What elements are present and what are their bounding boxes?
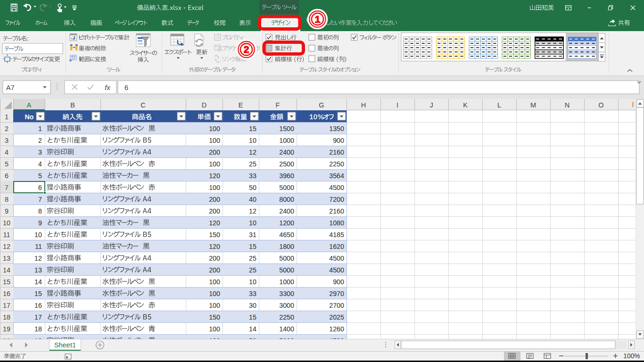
svg-text:15: 15 (249, 313, 256, 321)
svg-text:4650: 4650 (279, 231, 294, 239)
svg-text:1800: 1800 (279, 243, 294, 250)
svg-text:2160: 2160 (329, 148, 344, 156)
svg-text:3564: 3564 (329, 172, 344, 180)
svg-text:2160: 2160 (329, 207, 344, 215)
svg-text:2400: 2400 (279, 207, 294, 215)
svg-text:No: No (25, 113, 34, 121)
svg-text:12: 12 (249, 148, 256, 156)
svg-text:33: 33 (249, 290, 256, 297)
svg-text:A7: A7 (6, 84, 15, 91)
svg-text:1350: 1350 (329, 125, 344, 132)
svg-text:1400: 1400 (279, 325, 294, 333)
svg-text:2: 2 (5, 125, 8, 132)
svg-text:H: H (361, 101, 366, 109)
svg-text:G: G (319, 101, 324, 109)
svg-text:2970: 2970 (329, 290, 344, 297)
svg-text:150: 150 (209, 313, 220, 321)
svg-text:2250: 2250 (279, 313, 294, 321)
svg-text:11: 11 (3, 231, 10, 239)
svg-text:12: 12 (3, 243, 10, 250)
svg-text:12: 12 (249, 207, 256, 215)
svg-text:L: L (497, 101, 501, 109)
svg-text:100: 100 (209, 325, 220, 333)
svg-text:10: 10 (249, 219, 256, 227)
svg-text:3: 3 (38, 148, 42, 156)
svg-text:17: 17 (3, 302, 10, 309)
svg-text:5000: 5000 (279, 255, 294, 262)
svg-text:9: 9 (38, 219, 42, 227)
svg-text:1260: 1260 (329, 325, 344, 333)
svg-text:100: 100 (209, 302, 220, 309)
svg-text:5000: 5000 (279, 184, 294, 191)
svg-text:1200: 1200 (279, 219, 294, 227)
svg-text:fx: fx (105, 83, 111, 91)
svg-text:7200: 7200 (329, 196, 344, 203)
svg-text:O: O (598, 101, 603, 109)
svg-text:4: 4 (38, 160, 42, 168)
svg-text:200: 200 (209, 207, 220, 215)
svg-text:100%: 100% (623, 353, 640, 360)
svg-text:2: 2 (38, 137, 42, 144)
svg-text:18: 18 (34, 325, 42, 333)
svg-text:40: 40 (249, 196, 256, 203)
svg-text:1: 1 (38, 125, 42, 132)
svg-text:120: 120 (209, 219, 220, 227)
svg-text:1080: 1080 (329, 219, 344, 227)
svg-text:8: 8 (5, 196, 8, 203)
svg-text:4500: 4500 (329, 266, 344, 274)
svg-text:J: J (429, 101, 433, 109)
svg-text:33: 33 (249, 172, 256, 180)
svg-text:5: 5 (5, 160, 8, 168)
svg-text:100: 100 (209, 160, 220, 168)
svg-text:16: 16 (34, 302, 42, 309)
svg-text:6: 6 (124, 84, 128, 91)
svg-text:N: N (565, 101, 570, 109)
svg-text:100: 100 (209, 184, 220, 191)
svg-text:17: 17 (34, 313, 42, 321)
svg-text:120: 120 (209, 172, 220, 180)
svg-text:4500: 4500 (329, 255, 344, 262)
svg-text:9: 9 (5, 207, 8, 215)
svg-text:8000: 8000 (279, 196, 294, 203)
svg-text:13: 13 (34, 266, 42, 274)
svg-text:3300: 3300 (279, 290, 294, 297)
svg-text:13: 13 (3, 255, 10, 262)
svg-text:200: 200 (209, 148, 220, 156)
svg-text:16: 16 (3, 290, 10, 297)
svg-text:3960: 3960 (279, 172, 294, 180)
svg-text:100: 100 (209, 290, 220, 297)
svg-text:2025: 2025 (329, 313, 344, 321)
svg-text:7: 7 (38, 196, 42, 203)
svg-text:6: 6 (38, 184, 42, 191)
svg-text:B: B (70, 101, 75, 109)
svg-text:120: 120 (209, 243, 220, 250)
svg-text:19: 19 (3, 325, 10, 333)
svg-text:K: K (463, 101, 468, 109)
svg-text:1000: 1000 (279, 278, 294, 286)
svg-text:25: 25 (249, 255, 256, 262)
svg-text:I: I (396, 101, 398, 109)
svg-text:50: 50 (249, 184, 256, 191)
svg-text:14: 14 (249, 325, 256, 333)
svg-text:12: 12 (34, 255, 42, 262)
svg-text:5: 5 (38, 172, 42, 180)
svg-text:6: 6 (5, 172, 8, 180)
svg-text:900: 900 (333, 137, 344, 144)
svg-text:2250: 2250 (329, 160, 344, 168)
svg-text:10: 10 (249, 278, 256, 286)
svg-text:15: 15 (34, 290, 42, 297)
svg-text:15: 15 (249, 125, 256, 132)
svg-text:2500: 2500 (279, 160, 294, 168)
svg-text:1000: 1000 (279, 137, 294, 144)
svg-text:Sheet1: Sheet1 (54, 341, 76, 349)
svg-text:100: 100 (209, 278, 220, 286)
svg-text:31: 31 (249, 231, 256, 239)
svg-text:100: 100 (209, 125, 220, 132)
svg-text:200: 200 (209, 196, 220, 203)
svg-text:1500: 1500 (279, 125, 294, 132)
svg-text:200: 200 (209, 266, 220, 274)
svg-text:10: 10 (34, 231, 42, 239)
svg-text:100: 100 (209, 137, 220, 144)
svg-text:D: D (202, 101, 206, 109)
svg-text:18: 18 (3, 313, 10, 321)
